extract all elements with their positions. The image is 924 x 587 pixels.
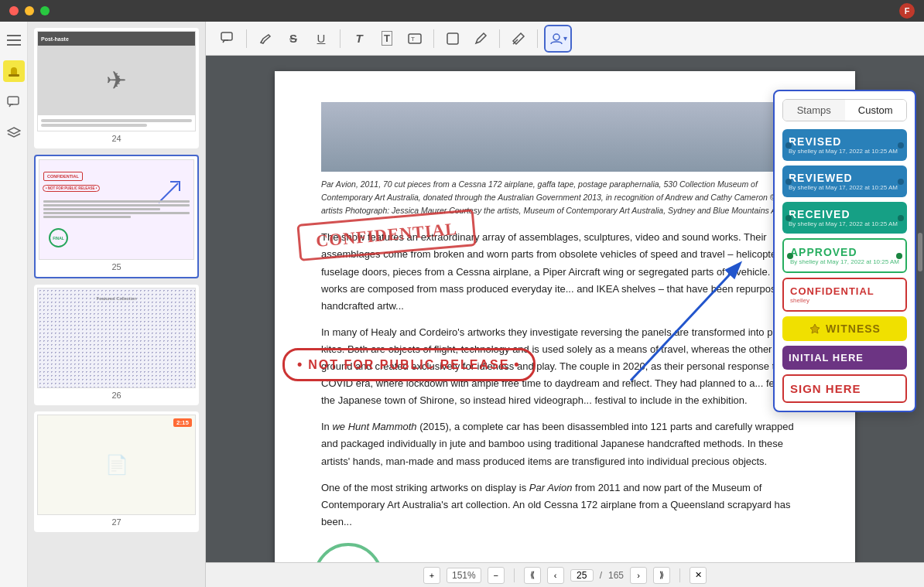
status-bar: + 151% − ⟪ ‹ 25 / 165 › ⟫ ✕ bbox=[206, 562, 924, 587]
confidential-stamp-item[interactable]: CONFIDENTIAL shelley bbox=[782, 278, 907, 312]
thumbnail-page-27[interactable]: 📄 2:15 27 bbox=[34, 411, 199, 532]
revised-label: REVISED bbox=[789, 135, 901, 148]
svg-rect-2 bbox=[7, 44, 21, 46]
revised-sub-label: By shelley at May 17, 2022 at 10:25 AM bbox=[789, 148, 901, 155]
prev-page-button[interactable]: ‹ bbox=[547, 567, 564, 584]
confidential-stamp-label: CONFIDENTIAL bbox=[790, 285, 899, 297]
confidential-stamp-sub: shelley bbox=[790, 297, 899, 304]
approved-label: APPROVED bbox=[790, 246, 899, 258]
reviewed-stamp-item[interactable]: REVIEWED By shelley at May 17, 2022 at 1… bbox=[782, 166, 907, 197]
annotation-tool-button[interactable]: ▾ bbox=[544, 25, 572, 53]
thumbnail-27-image: 📄 2:15 bbox=[37, 415, 196, 515]
close-page-button[interactable]: ✕ bbox=[690, 567, 707, 584]
thumbnail-25-image: CONFIDENTIAL • NOT FOR PUBLIC RELEASE • … bbox=[39, 159, 194, 260]
resize-tool-button[interactable] bbox=[506, 26, 531, 51]
user-avatar[interactable]: F bbox=[899, 3, 915, 19]
highlight-tool-button[interactable] bbox=[253, 26, 278, 51]
text-box-tool-button[interactable]: T bbox=[375, 26, 399, 51]
thumbnail-panel: Post-haste ✈ 24 bbox=[28, 22, 206, 587]
svg-rect-3 bbox=[9, 74, 19, 77]
thumbnail-26-image: Featured Collection bbox=[37, 288, 196, 388]
received-sub-label: By shelley at May 17, 2022 at 10:25 AM bbox=[789, 220, 901, 227]
approved-dot-right bbox=[896, 253, 902, 259]
text-tool-button[interactable]: T bbox=[347, 26, 371, 51]
reviewed-dot-right bbox=[898, 179, 904, 185]
sign-here-label: SIGN HERE bbox=[790, 382, 899, 395]
titlebar: F bbox=[0, 0, 924, 22]
sign-here-stamp-item[interactable]: SIGN HERE bbox=[782, 374, 907, 403]
app-layout: Post-haste ✈ 24 bbox=[0, 22, 924, 587]
first-page-button[interactable]: ⟪ bbox=[524, 567, 541, 584]
thumbnail-24-label: 24 bbox=[37, 131, 196, 145]
pdf-paragraph-4: One of the most striking artworks on dis… bbox=[321, 479, 809, 531]
zoom-out-button[interactable]: − bbox=[488, 567, 505, 584]
status-separator-2 bbox=[679, 568, 680, 582]
witness-stamp-item[interactable]: WITNESS bbox=[782, 316, 907, 341]
svg-rect-8 bbox=[447, 33, 458, 44]
pdf-photo-section: Par Avion, 2011, 70 cut pieces from a Ce… bbox=[321, 102, 809, 217]
toolbar-separator-3 bbox=[433, 29, 434, 48]
toolbar: S U T T T bbox=[206, 22, 924, 56]
next-page-button[interactable]: › bbox=[630, 567, 647, 584]
received-dot-right bbox=[898, 215, 904, 221]
page-stamp-nfpr: NOT FOR PUBLIC RELEASE bbox=[282, 348, 536, 381]
approved-stamp-item[interactable]: APPROVED By shelley at May 17, 2022 at 1… bbox=[782, 238, 907, 273]
last-page-button[interactable]: ⟫ bbox=[653, 567, 670, 584]
thumbnail-24-image: Post-haste ✈ bbox=[37, 31, 196, 131]
svg-rect-0 bbox=[7, 35, 21, 36]
total-pages-display: 165 bbox=[608, 570, 624, 581]
pdf-page: Par Avion, 2011, 70 cut pieces from a Ce… bbox=[275, 71, 855, 562]
minimize-button[interactable] bbox=[25, 6, 34, 15]
svg-marker-11 bbox=[810, 324, 820, 333]
reviewed-label: REVIEWED bbox=[789, 172, 901, 184]
status-separator-1 bbox=[514, 568, 515, 582]
svg-text:T: T bbox=[411, 36, 415, 43]
sidebar-toggle-button[interactable] bbox=[3, 29, 25, 51]
thumbnail-25-label: 25 bbox=[39, 260, 194, 274]
stamp-items-list: REVISED By shelley at May 17, 2022 at 10… bbox=[782, 129, 907, 403]
stamp-sidebar-button[interactable] bbox=[3, 60, 25, 82]
toolbar-separator-1 bbox=[246, 29, 247, 48]
reviewed-sub-label: By shelley at May 17, 2022 at 10:25 AM bbox=[789, 184, 901, 191]
thumbnail-page-26[interactable]: Featured Collection 26 bbox=[34, 285, 199, 405]
stamp-panel: Stamps Custom REVISED By shelley at May … bbox=[773, 90, 916, 412]
stamps-tab[interactable]: Stamps bbox=[783, 100, 845, 121]
pen-tool-button[interactable] bbox=[468, 26, 493, 51]
initial-here-stamp-item[interactable]: INITIAL HERE bbox=[782, 346, 907, 370]
comment-sidebar-button[interactable] bbox=[3, 91, 25, 113]
freetext-tool-button[interactable]: T bbox=[402, 26, 427, 51]
received-stamp-item[interactable]: RECEIVED By shelley at May 17, 2022 at 1… bbox=[782, 202, 907, 234]
pdf-scrollbar-thumb[interactable] bbox=[918, 233, 922, 271]
current-page-input[interactable]: 25 bbox=[570, 569, 594, 582]
revised-dot-right bbox=[898, 142, 904, 148]
pdf-paragraph-3: In we Hunt Mammoth (2015), a complete ca… bbox=[321, 418, 809, 469]
comment-tool-button[interactable] bbox=[215, 26, 240, 51]
custom-tab[interactable]: Custom bbox=[845, 100, 907, 121]
svg-rect-4 bbox=[8, 97, 19, 104]
toolbar-separator-5 bbox=[537, 29, 538, 48]
thumbnail-page-25[interactable]: CONFIDENTIAL • NOT FOR PUBLIC RELEASE • … bbox=[34, 155, 199, 278]
thumbnail-27-label: 27 bbox=[37, 515, 196, 529]
revised-stamp-item[interactable]: REVISED By shelley at May 17, 2022 at 10… bbox=[782, 129, 907, 161]
underline-tool-button[interactable]: U bbox=[309, 26, 334, 51]
received-label: RECEIVED bbox=[789, 208, 901, 220]
maximize-button[interactable] bbox=[40, 6, 50, 15]
strikethrough-tool-button[interactable]: S bbox=[281, 26, 306, 51]
layers-sidebar-button[interactable] bbox=[3, 122, 25, 144]
zoom-level-display[interactable]: 151% bbox=[447, 568, 481, 583]
pdf-area[interactable]: Par Avion, 2011, 70 cut pieces from a Ce… bbox=[206, 56, 924, 562]
left-sidebar bbox=[0, 22, 28, 587]
page-stamp-final: FINAL bbox=[313, 543, 383, 562]
page-separator: / bbox=[600, 570, 602, 581]
zoom-in-button[interactable]: + bbox=[423, 567, 440, 584]
close-button[interactable] bbox=[9, 6, 19, 15]
thumbnail-page-24[interactable]: Post-haste ✈ 24 bbox=[34, 28, 199, 148]
svg-point-9 bbox=[553, 34, 560, 40]
toolbar-separator-2 bbox=[340, 29, 341, 48]
pdf-photo-placeholder bbox=[321, 102, 809, 172]
shapes-tool-button[interactable] bbox=[440, 26, 465, 51]
svg-rect-5 bbox=[221, 32, 232, 40]
main-content-area: S U T T T bbox=[206, 22, 924, 587]
stamp-panel-tabs: Stamps Custom bbox=[782, 99, 907, 121]
approved-sub-label: By shelley at May 17, 2022 at 10:25 AM bbox=[790, 258, 899, 265]
